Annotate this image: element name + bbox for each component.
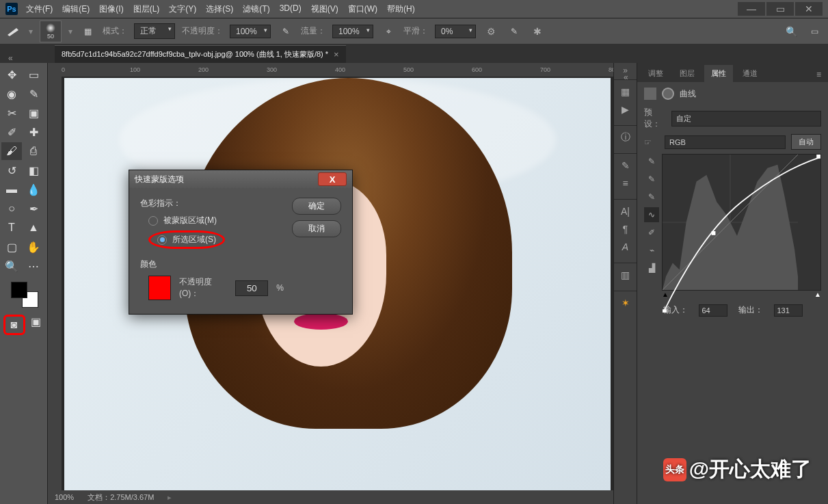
preset-dropdown[interactable]: 自定 xyxy=(671,111,821,127)
maximize-button[interactable]: ▭ xyxy=(766,2,794,16)
watermark: 头条 @开心太难了 xyxy=(663,455,812,483)
radio-icon xyxy=(157,235,167,245)
mask-icon[interactable] xyxy=(662,88,674,100)
menu-layer[interactable]: 图层(L) xyxy=(133,3,160,15)
menu-select[interactable]: 选择(S) xyxy=(206,3,233,15)
radio-masked-areas[interactable]: 被蒙版区域(M) xyxy=(148,215,284,226)
smooth-dropdown[interactable]: 0% xyxy=(435,25,476,38)
eyedropper-black-icon[interactable]: ✎ xyxy=(644,154,659,169)
current-tool-icon[interactable] xyxy=(5,23,22,40)
menu-window[interactable]: 窗口(W) xyxy=(348,3,377,15)
menu-file[interactable]: 文件(F) xyxy=(26,3,53,15)
lasso-tool[interactable]: ◉ xyxy=(1,85,22,103)
quickmask-highlight: ◙ xyxy=(3,315,25,335)
opacity-label: 不透明度： xyxy=(182,25,223,37)
panel-menu-icon[interactable]: ≡ xyxy=(814,67,824,82)
channel-finger-icon[interactable]: ☞ xyxy=(644,137,659,147)
cancel-button[interactable]: 取消 xyxy=(292,220,341,237)
brush-settings-icon[interactable]: ▦ xyxy=(79,23,96,40)
eyedropper-gray-icon[interactable]: ✎ xyxy=(644,172,659,187)
curves-graph[interactable] xyxy=(662,154,821,291)
dock-navigator-icon[interactable]: ▶ xyxy=(617,102,634,117)
menu-image[interactable]: 图像(I) xyxy=(99,3,123,15)
pressure-opacity-icon[interactable]: ✎ xyxy=(278,23,294,40)
menu-edit[interactable]: 编辑(E) xyxy=(62,3,90,15)
opacity-dropdown[interactable]: 100% xyxy=(230,25,271,38)
quickmask-toggle[interactable]: ◙ xyxy=(7,318,22,332)
mode-dropdown[interactable]: 正常 xyxy=(134,23,175,39)
workspace-icon[interactable]: ▭ xyxy=(806,23,823,40)
quick-select-tool[interactable]: ✎ xyxy=(23,85,44,103)
blur-tool[interactable]: 💧 xyxy=(23,181,44,198)
dialog-titlebar[interactable]: 快速蒙版选项 X xyxy=(129,170,352,188)
menu-filter[interactable]: 滤镜(T) xyxy=(243,3,269,15)
screen-mode-toggle[interactable]: ▣ xyxy=(29,315,44,328)
rectangle-tool[interactable]: ▢ xyxy=(1,238,22,256)
channel-dropdown[interactable]: RGB xyxy=(665,135,786,149)
minimize-button[interactable]: ― xyxy=(738,2,765,16)
curve-hand-tool[interactable]: ▟ xyxy=(644,261,659,276)
zoom-value[interactable]: 100% xyxy=(55,493,74,501)
dock-glyphs-icon[interactable]: A xyxy=(617,239,634,254)
dialog-close-button[interactable]: X xyxy=(318,172,347,186)
menu-type[interactable]: 文字(Y) xyxy=(169,3,196,15)
curve-smooth-tool[interactable]: ⌁ xyxy=(644,243,659,258)
tab-channels[interactable]: 通道 xyxy=(736,65,764,82)
document-tab[interactable]: 8fb5d7c1d1c94b5a92c27dffd9cf9cba_tplv-ob… xyxy=(55,45,346,63)
dialog-opacity-input[interactable] xyxy=(235,280,268,296)
healing-tool[interactable]: ✚ xyxy=(23,123,44,141)
history-brush-tool[interactable]: ↺ xyxy=(1,161,22,179)
dodge-tool[interactable]: ○ xyxy=(1,200,22,217)
dock-brushes-icon[interactable]: ✎ xyxy=(617,158,634,173)
path-select-tool[interactable]: ▲ xyxy=(23,219,44,237)
menu-view[interactable]: 视图(V) xyxy=(311,3,338,15)
tab-properties[interactable]: 属性 xyxy=(704,65,733,82)
crop-tool[interactable]: ✂ xyxy=(1,104,22,122)
radio-selected-areas[interactable]: 所选区域(S) xyxy=(148,230,284,249)
eyedropper-tool[interactable]: ✐ xyxy=(1,123,22,141)
close-button[interactable]: ✕ xyxy=(795,2,823,16)
doc-size: 2.75M/3.67M xyxy=(110,493,154,501)
ok-button[interactable]: 确定 xyxy=(292,198,341,215)
zoom-tool[interactable]: 🔍 xyxy=(1,257,22,275)
curve-pencil-tool[interactable]: ✐ xyxy=(644,225,659,240)
type-tool[interactable]: T xyxy=(1,219,22,237)
foreground-color-swatch[interactable] xyxy=(11,282,27,298)
dock-libraries-icon[interactable]: ▥ xyxy=(617,267,634,282)
edit-toolbar[interactable]: ⋯ xyxy=(23,257,44,275)
brush-preset-picker[interactable]: 50 xyxy=(40,21,62,42)
gradient-tool[interactable]: ▬ xyxy=(1,181,22,198)
marquee-tool[interactable]: ▭ xyxy=(23,66,44,83)
tab-layers[interactable]: 图层 xyxy=(673,65,702,82)
eraser-tool[interactable]: ◧ xyxy=(23,161,44,179)
color-swatches[interactable] xyxy=(1,282,45,309)
frame-tool[interactable]: ▣ xyxy=(23,104,44,122)
eyedropper-white-icon[interactable]: ✎ xyxy=(644,189,659,204)
hand-tool[interactable]: ✋ xyxy=(23,238,44,256)
pen-tool[interactable]: ✒ xyxy=(23,200,44,217)
curve-input-sliders[interactable]: ▲ ▲ xyxy=(662,291,821,299)
curve-point-tool[interactable]: ∿ xyxy=(644,207,659,222)
tab-adjustments[interactable]: 调整 xyxy=(641,65,670,82)
move-tool[interactable]: ✥ xyxy=(1,66,22,83)
symmetry-icon[interactable]: ✱ xyxy=(529,23,546,40)
dock-learn-icon[interactable]: ✶ xyxy=(617,295,634,310)
dock-histogram-icon[interactable]: ▦ xyxy=(617,84,634,99)
gear-icon[interactable]: ⚙ xyxy=(483,23,499,40)
brush-tool[interactable]: 🖌 xyxy=(1,142,22,160)
menu-3d[interactable]: 3D(D) xyxy=(280,3,302,15)
pressure-size-icon[interactable]: ✎ xyxy=(506,23,522,40)
auto-button[interactable]: 自动 xyxy=(791,134,821,150)
menu-help[interactable]: 帮助(H) xyxy=(387,3,415,15)
dock-paragraph-icon[interactable]: ¶ xyxy=(617,222,634,237)
dock-character-icon[interactable]: A| xyxy=(617,204,634,219)
collapsed-panel-dock: ▦ ▶ ⓘ ✎ ≡ A| ¶ A ▥ ✶ xyxy=(613,63,637,504)
search-icon[interactable]: 🔍 xyxy=(783,23,799,40)
airbrush-icon[interactable]: ⌖ xyxy=(380,23,397,40)
dock-brush-settings-icon[interactable]: ≡ xyxy=(617,176,634,191)
dock-info-icon[interactable]: ⓘ xyxy=(617,130,634,145)
color-picker-swatch[interactable] xyxy=(148,276,171,300)
close-tab-icon[interactable]: × xyxy=(334,49,339,59)
stamp-tool[interactable]: ⎙ xyxy=(23,142,44,160)
flow-dropdown[interactable]: 100% xyxy=(332,25,373,38)
